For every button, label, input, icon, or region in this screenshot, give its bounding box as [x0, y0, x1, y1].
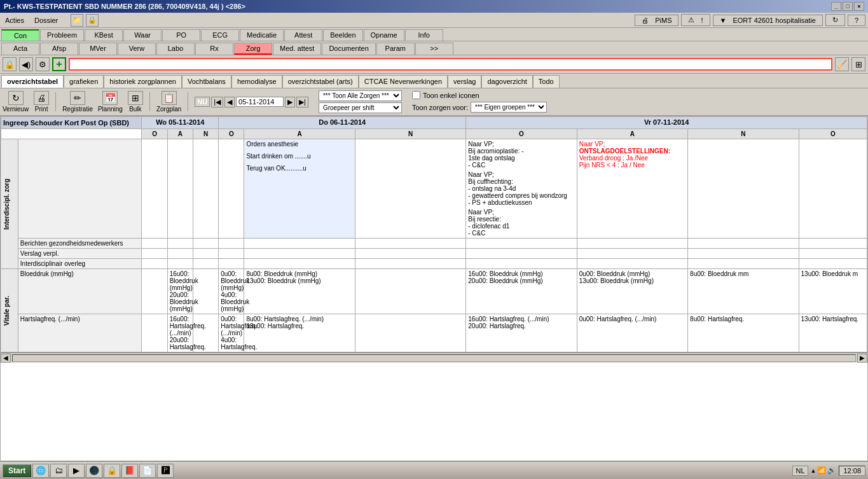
cell-do-a-2[interactable] [244, 239, 355, 249]
minimize-button[interactable]: _ [831, 2, 841, 11]
cell-vr-o2-bd[interactable]: 13u00: Bloeddruk m [799, 269, 867, 314]
bulk-button[interactable]: ⊞ Bulk [128, 91, 143, 113]
subtab-overzichtstabel[interactable]: overzichtstabel [1, 75, 64, 88]
tab-attest[interactable]: Attest [284, 29, 322, 41]
cell-vr-n-4[interactable] [688, 259, 799, 269]
cell-do-n-4[interactable] [355, 259, 465, 269]
cell-do-o-hf[interactable]: 0u00: Hartslagfreq. (.../min) 4u00: Hart… [219, 314, 244, 352]
tab-ecg[interactable]: ECG [201, 29, 239, 41]
subtab-verslag[interactable]: verslag [448, 75, 481, 88]
cell-do-o-1[interactable] [219, 139, 244, 239]
cell-vr-o-4[interactable] [466, 259, 577, 269]
close-button[interactable]: × [854, 2, 864, 11]
nu-button[interactable]: NU [195, 97, 210, 107]
tab-probleem[interactable]: Probleem [40, 29, 84, 41]
cell-wo-n-bd[interactable] [193, 269, 218, 314]
cell-do-a-1[interactable]: Orders anesthesie Start drinken om .....… [244, 139, 355, 239]
date-input[interactable] [236, 97, 284, 107]
cell-wo-n-4[interactable] [193, 259, 218, 269]
subtab-todo[interactable]: Todo [533, 75, 560, 88]
tab-rx[interactable]: Rx [195, 43, 233, 55]
zorgplan-button[interactable]: 📋 Zorgplan [156, 91, 181, 113]
cell-wo-a-bd[interactable]: 16u00: Bloeddruk (mmHg) 20u00: Bloeddruk… [167, 269, 193, 314]
print-button[interactable]: 🖨 Print [34, 91, 49, 113]
tab-more[interactable]: >> [415, 43, 453, 55]
alert-button[interactable]: ⚠ ! [681, 14, 710, 26]
cell-wo-a-hf[interactable]: 16u00: Hartslagfreq. (.../min) 20u00: Ha… [167, 314, 193, 352]
cell-wo-o-4[interactable] [142, 259, 167, 269]
cell-wo-o-1[interactable] [142, 139, 167, 239]
tab-documenten[interactable]: Documenten [322, 43, 375, 55]
tab-med-attest[interactable]: Med. attest [273, 43, 321, 55]
tab-zorg[interactable]: Zorg [234, 43, 272, 55]
taskbar-folder-icon[interactable]: 🗂 [50, 464, 67, 478]
cell-vr-a-3[interactable] [577, 249, 687, 259]
search-input[interactable] [69, 58, 832, 71]
cell-vr-o2-3[interactable] [799, 249, 867, 259]
cell-vr-a-2[interactable] [577, 239, 687, 249]
pims-button[interactable]: 🖨 PiMS [635, 15, 679, 26]
tab-opname[interactable]: Opname [364, 29, 404, 41]
cell-vr-n-bd[interactable]: 8u00: Bloeddruk mm [688, 269, 799, 314]
subtab-dagoverzicht[interactable]: dagoverzicht [481, 75, 532, 88]
cell-vr-o-2[interactable] [466, 239, 577, 249]
cell-do-o-4[interactable] [219, 259, 244, 269]
registratie-button[interactable]: ✏ Registratie [62, 91, 93, 113]
cell-do-o-bd[interactable]: 0u00: Bloeddruk (mmHg) 4u00: Bloeddruk (… [219, 269, 244, 314]
cell-vr-a-4[interactable] [577, 259, 687, 269]
cell-do-a-4[interactable] [244, 259, 355, 269]
taskbar-media-icon[interactable]: ▶ [68, 464, 85, 478]
cell-do-a-bd[interactable]: 8u00: Bloeddruk (mmHg) 13u00: Bloeddruk … [244, 269, 355, 314]
cell-wo-o-3[interactable] [142, 249, 167, 259]
groepeer-select[interactable]: Groepeer per shift [319, 102, 402, 113]
first-date-button[interactable]: |◀ [211, 97, 223, 108]
cell-vr-o2-2[interactable] [799, 239, 867, 249]
last-date-button[interactable]: ▶| [296, 97, 308, 108]
taskbar-lock-icon[interactable]: 🔒 [104, 464, 120, 478]
cell-vr-a-hf[interactable]: 0u00: Hartslagfreq. (.../min) [577, 314, 687, 352]
cell-wo-a-1[interactable] [167, 139, 193, 239]
filter-icon[interactable]: ⊞ [851, 57, 865, 71]
prev-date-button[interactable]: ◀ [224, 97, 235, 108]
toolbar-icon-2[interactable]: 🔒 [86, 14, 99, 27]
tab-acta[interactable]: Acta [1, 43, 39, 55]
cell-vr-o2-hf[interactable]: 13u00: Hartslagfreq. [799, 314, 867, 352]
cell-vr-o-hf[interactable]: 16u00: Hartslagfreq. (.../min) 20u00: Ha… [466, 314, 577, 352]
tab-kbest[interactable]: KBest [85, 29, 123, 41]
window-controls[interactable]: _ □ × [831, 2, 864, 11]
clear-icon[interactable]: 🧹 [835, 57, 849, 71]
subtab-grafieken[interactable]: grafieken [64, 75, 104, 88]
tab-con[interactable]: Con [1, 29, 39, 41]
cell-wo-o-bd[interactable] [142, 269, 167, 314]
tab-beelden[interactable]: Beelden [323, 29, 362, 41]
cell-vr-a-bd[interactable]: 0u00: Bloeddruk (mmHg) 13u00: Bloeddruk … [577, 269, 687, 314]
subtab-vochtbalans[interactable]: Vochtbalans [182, 75, 231, 88]
planning-button[interactable]: 📅 Planning [98, 91, 123, 113]
taskbar-chrome-icon[interactable]: 🌑 [86, 464, 102, 478]
cell-wo-a-2[interactable] [167, 239, 193, 249]
tab-waar[interactable]: Waar [123, 29, 162, 41]
cell-wo-n-3[interactable] [193, 249, 218, 259]
menu-dossier[interactable]: Dossier [32, 16, 60, 25]
toolbar-icon-1[interactable]: 📁 [71, 14, 83, 27]
cell-wo-o-2[interactable] [142, 239, 167, 249]
cell-vr-o-bd[interactable]: 16u00: Bloeddruk (mmHg) 20u00: Bloeddruk… [466, 269, 577, 314]
cell-do-n-2[interactable] [355, 239, 465, 249]
start-button[interactable]: Start [3, 464, 31, 477]
cell-do-o-3[interactable] [219, 249, 244, 259]
tab-labo[interactable]: Labo [156, 43, 195, 55]
help-button[interactable]: ? [848, 15, 865, 26]
cell-do-n-3[interactable] [355, 249, 465, 259]
cell-wo-n-2[interactable] [193, 239, 218, 249]
toon-enkel-iconen-checkbox[interactable] [412, 91, 420, 99]
taskbar-ie-icon[interactable]: 🌐 [32, 464, 49, 478]
cell-vr-n-2[interactable] [688, 239, 799, 249]
taskbar-pdf-icon[interactable]: 📄 [139, 464, 156, 478]
cell-wo-a-3[interactable] [167, 249, 193, 259]
cell-wo-a-4[interactable] [167, 259, 193, 269]
subtab-ctcae[interactable]: CTCAE Nevenwerkingen [359, 75, 448, 88]
refresh-button[interactable]: ↻ [825, 14, 845, 26]
subtab-hemodialyse[interactable]: hemodialyse [231, 75, 282, 88]
cell-wo-o-hf[interactable] [142, 314, 167, 352]
tab-mver[interactable]: MVer [79, 43, 117, 55]
